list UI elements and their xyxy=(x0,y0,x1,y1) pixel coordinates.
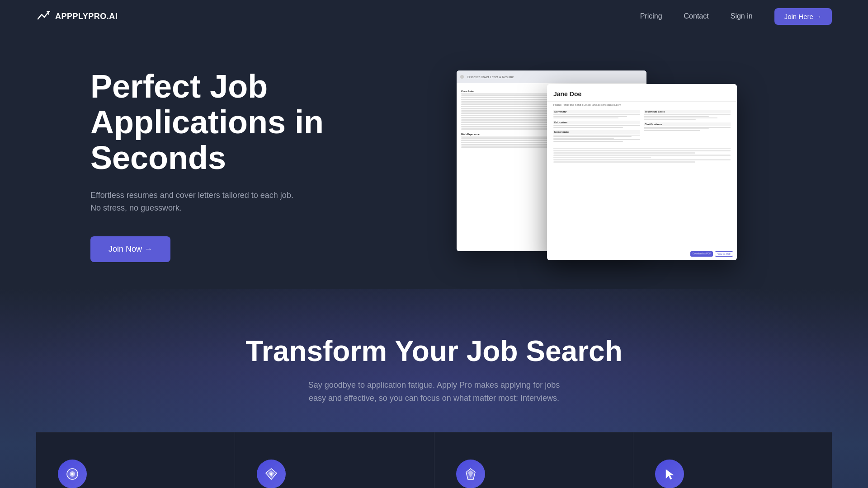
hero-image-area: Discover Cover Letter & Resume Cover Let… xyxy=(371,70,832,260)
navbar: APPPLYPRO.AI Pricing Contact Sign in Joi… xyxy=(0,0,868,33)
layers-icon xyxy=(65,467,80,481)
feature-card-2 xyxy=(235,432,434,488)
logo-icon xyxy=(36,9,51,23)
join-here-button[interactable]: Join Here → xyxy=(774,8,832,25)
cover-view-btn[interactable]: View as PDF xyxy=(715,251,733,257)
cover-body xyxy=(547,144,737,167)
feature-card-3 xyxy=(434,432,633,488)
feature-card-4 xyxy=(633,432,832,488)
hero-subtitle: Effortless resumes and cover letters tai… xyxy=(90,189,298,215)
cover-name: Jane Doe xyxy=(547,84,737,102)
logo[interactable]: APPPLYPRO.AI xyxy=(36,9,118,23)
hero-section: Perfect Job Applications in Seconds Effo… xyxy=(0,33,868,289)
logo-text: APPPLYPRO.AI xyxy=(55,12,118,21)
cover-download-btn[interactable]: Download as PDF xyxy=(690,251,713,257)
hero-title: Perfect Job Applications in Seconds xyxy=(90,69,344,176)
feature-cards xyxy=(36,432,832,488)
document-preview: Discover Cover Letter & Resume Cover Let… xyxy=(457,70,746,260)
svg-point-4 xyxy=(71,473,74,475)
nav-contact[interactable]: Contact xyxy=(684,12,709,20)
feature-card-1 xyxy=(36,432,235,488)
nav-signin[interactable]: Sign in xyxy=(731,12,753,20)
transform-title: Transform Your Job Search xyxy=(36,334,832,368)
transform-section: Transform Your Job Search Say goodbye to… xyxy=(0,289,868,488)
feature-icon-wrap-1 xyxy=(58,460,87,488)
join-now-button[interactable]: Join Now → xyxy=(90,236,170,262)
feature-icon-wrap-4 xyxy=(655,460,684,488)
diamond-icon xyxy=(264,467,278,481)
nav-pricing[interactable]: Pricing xyxy=(640,12,662,20)
cover-download-bar: Download as PDF View as PDF xyxy=(690,251,733,257)
feature-icon-wrap-3 xyxy=(456,460,485,488)
cursor-icon xyxy=(662,467,677,481)
cover-letter-document: Jane Doe Phone: (555) 555-5555 | Email: … xyxy=(547,84,737,260)
nav-links: Pricing Contact Sign in Join Here → xyxy=(640,8,832,25)
toolbar-dot xyxy=(460,75,464,79)
feature-icon-wrap-2 xyxy=(257,460,286,488)
hero-text-block: Perfect Job Applications in Seconds Effo… xyxy=(90,69,344,262)
resume-toolbar: Discover Cover Letter & Resume xyxy=(457,70,646,83)
gem-icon xyxy=(463,467,478,481)
transform-subtitle: Say goodbye to application fatigue. Appl… xyxy=(307,379,561,405)
cover-meta: Phone: (555) 555-5555 | Email: jane.doe@… xyxy=(547,102,737,108)
